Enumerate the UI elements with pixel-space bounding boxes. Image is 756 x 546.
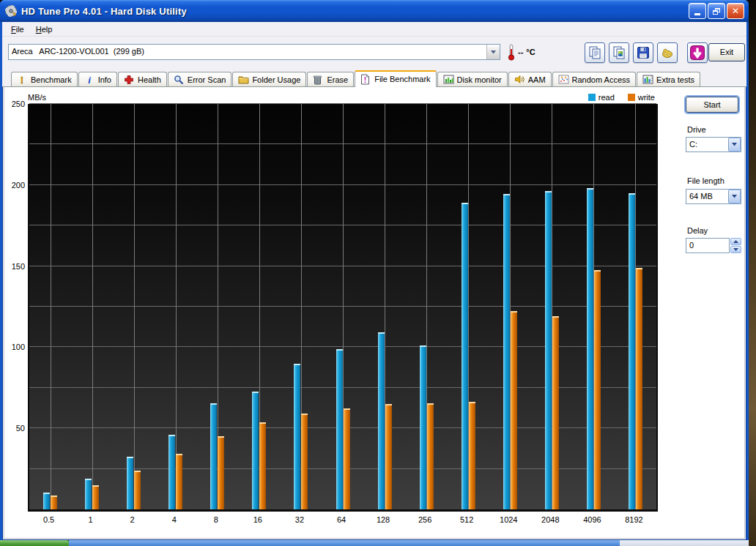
hand-coins-icon (660, 45, 675, 60)
bar-write-16 (259, 422, 266, 509)
window-title: HD Tune Pro 4.01 - Hard Disk Utility (21, 6, 187, 17)
legend-write-label: write (638, 93, 655, 102)
tab-extra-tests[interactable]: Extra tests (637, 72, 700, 86)
download-arrow-icon (689, 45, 705, 61)
file-length-dropdown-button[interactable] (728, 190, 741, 203)
gridline-v-4 (176, 104, 177, 509)
legend-item-read: read (588, 93, 615, 102)
bar-read-0.5 (43, 493, 50, 509)
chevron-down-icon (733, 248, 738, 251)
tab-file-benchmark[interactable]: !File Benchmark (355, 70, 436, 87)
disk-monitor-icon (443, 75, 454, 85)
error-scan-icon (174, 75, 185, 85)
x-tick-128: 128 (367, 515, 399, 524)
file-length-combobox[interactable]: 64 MB (686, 189, 741, 204)
x-tick-2: 2 (116, 515, 149, 524)
tab-health[interactable]: Health (118, 72, 167, 86)
save-screenshot-button[interactable] (633, 42, 653, 63)
tab-bar: !BenchmarkiInfoHealthError ScanFolder Us… (2, 70, 746, 87)
bar-read-4 (168, 435, 175, 509)
tab-label: AAM (528, 75, 546, 84)
restore-button[interactable] (708, 3, 725, 19)
drive-combobox[interactable]: C: (686, 137, 741, 152)
x-tick-1: 1 (75, 515, 107, 524)
update-button[interactable] (687, 42, 708, 63)
bar-write-2048 (552, 316, 559, 509)
x-tick-512: 512 (451, 515, 483, 524)
x-tick-8: 8 (200, 515, 232, 524)
bar-read-32 (294, 364, 300, 509)
bar-read-64 (336, 349, 343, 509)
info-icon: i (84, 75, 95, 85)
donate-button[interactable] (657, 42, 678, 63)
save-icon (636, 45, 651, 60)
drive-selector-combobox[interactable]: Areca ARC-1200-VOL001 (299 gB) (8, 44, 500, 60)
drive-selector-dropdown-button[interactable] (486, 45, 500, 59)
close-button[interactable]: ✕ (727, 3, 744, 19)
delay-value[interactable]: 0 (686, 238, 730, 253)
tab-info[interactable]: iInfo (78, 72, 117, 86)
aam-icon (514, 75, 525, 85)
minimize-button[interactable] (689, 3, 706, 19)
bar-write-128 (385, 404, 392, 509)
copy-image-icon (612, 45, 626, 60)
menu-help[interactable]: Help (30, 23, 59, 35)
bar-read-512 (462, 203, 468, 509)
bar-write-8 (218, 436, 224, 509)
delay-spinner[interactable]: 0 (686, 238, 741, 253)
bar-read-128 (378, 332, 385, 509)
temperature-value: -- (518, 48, 523, 56)
close-icon: ✕ (732, 6, 739, 16)
tab-label: Benchmark (31, 75, 72, 84)
tab-folder-usage[interactable]: Folder Usage (232, 72, 306, 86)
toolbar: Areca ARC-1200-VOL001 (299 gB) -- °C (2, 37, 746, 70)
gridline-v-2 (134, 104, 135, 509)
tab-label: Health (138, 75, 161, 84)
x-tick-4: 4 (158, 515, 190, 524)
app-icon (4, 4, 18, 18)
start-button[interactable]: Start (686, 97, 738, 113)
menu-file[interactable]: File (5, 23, 30, 35)
taskbar (0, 540, 756, 546)
x-tick-16: 16 (242, 515, 274, 524)
drive-selector-value: Areca ARC-1200-VOL001 (299 gB) (9, 45, 486, 59)
tab-label: Disk monitor (457, 75, 502, 84)
gridline-v-1 (92, 104, 93, 509)
delay-label: Delay (687, 226, 708, 235)
chevron-down-icon (732, 195, 737, 198)
system-tray (620, 540, 749, 546)
erase-icon (313, 75, 324, 85)
x-tick-1024: 1024 (492, 515, 525, 524)
bar-read-1 (85, 479, 92, 509)
drive-combobox-dropdown-button[interactable] (728, 138, 741, 152)
start-menu-button[interactable] (0, 540, 69, 546)
drive-label: Drive (687, 125, 706, 134)
gridline-v-0.5 (51, 104, 51, 509)
svg-text:i: i (88, 75, 91, 85)
delay-down-button[interactable] (730, 246, 741, 253)
y-tick-100: 100 (6, 343, 25, 351)
y-tick-50: 50 (6, 424, 25, 433)
bar-write-4 (176, 454, 182, 509)
tab-benchmark[interactable]: !Benchmark (11, 72, 78, 86)
x-tick-0.5: 0.5 (33, 515, 65, 524)
benchmark-chart (28, 104, 658, 512)
legend-read-label: read (598, 93, 615, 102)
tab-aam[interactable]: AAM (508, 72, 552, 86)
tab-erase[interactable]: Erase (307, 72, 354, 86)
tab-random-access[interactable]: Random Access (552, 72, 636, 86)
write-swatch-icon (628, 94, 635, 101)
tab-error-scan[interactable]: Error Scan (168, 72, 232, 86)
health-icon (124, 75, 135, 85)
tab-label: Folder Usage (252, 75, 300, 84)
title-bar: HD Tune Pro 4.01 - Hard Disk Utility ✕ (0, 0, 749, 22)
y-axis-unit-label: MB/s (28, 93, 46, 102)
exit-button[interactable]: Exit (708, 43, 745, 61)
copy-text-button[interactable] (585, 42, 605, 63)
copy-image-button[interactable] (609, 42, 629, 63)
x-tick-4096: 4096 (576, 515, 608, 524)
bar-write-4096 (594, 270, 601, 509)
bar-write-8192 (636, 268, 642, 509)
tab-disk-monitor[interactable]: Disk monitor (437, 72, 508, 86)
delay-up-button[interactable] (730, 238, 741, 245)
